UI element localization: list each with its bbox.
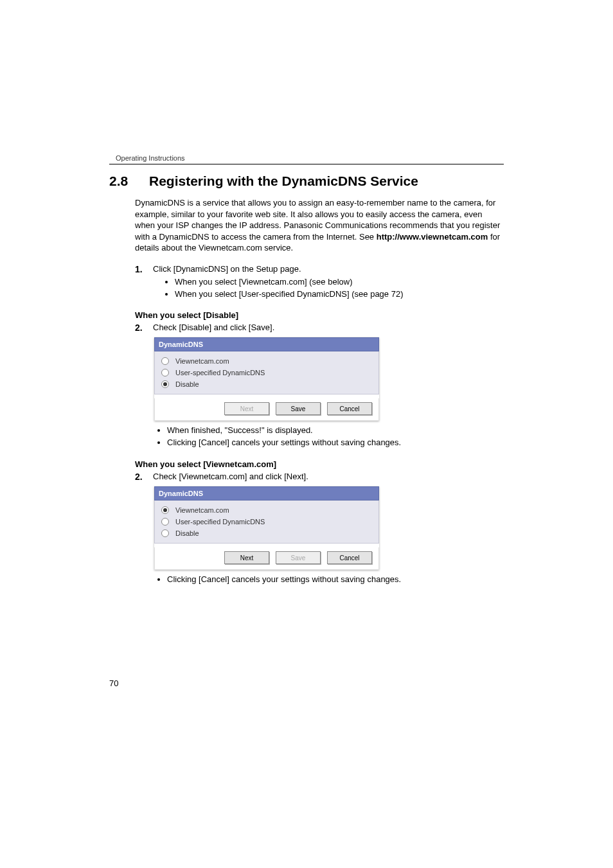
radio-label: Viewnetcam.com [175,506,229,514]
panel-body: Viewnetcam.com User-specified DynamicDNS… [154,500,379,544]
cancel-button[interactable]: Cancel [327,551,372,564]
viewnetcam-subheading: When you select [Viewnetcam.com] [135,459,504,469]
radio-label: User-specified DynamicDNS [175,518,265,526]
page-number: 70 [109,678,118,688]
radio-label: User-specified DynamicDNS [175,369,265,376]
step-1-bullet-2: When you select [User-specified DynamicD… [175,288,504,301]
panel-titlebar: DynamicDNS [154,337,379,351]
intro-link: http://www.viewnetcam.com [377,232,488,242]
radio-icon [161,518,169,526]
radio-label: Disable [175,529,199,537]
disable-step-text: Check [Disable] and click [Save]. [153,323,274,332]
dynamicdns-panel-viewnetcam: DynamicDNS Viewnetcam.com User-specified… [154,486,379,570]
save-button[interactable]: Save [276,402,321,415]
radio-row-userspec[interactable]: User-specified DynamicDNS [160,367,373,378]
running-header: Operating Instructions [109,154,504,162]
radio-icon [161,529,169,537]
radio-row-disable[interactable]: Disable [160,378,373,390]
after-disable-bullet-2: Clicking [Cancel] cancels your settings … [167,437,504,449]
dynamicdns-panel-disable: DynamicDNS Viewnetcam.com User-specified… [154,337,379,421]
cancel-button[interactable]: Cancel [327,402,372,415]
radio-icon [161,369,169,376]
after-disable-bullet-1: When finished, "Success!" is displayed. [167,425,504,437]
section-title: 2.8 Registering with the DynamicDNS Serv… [109,173,504,189]
section-title-text: Registering with the DynamicDNS Service [149,173,418,189]
section-number: 2.8 [109,173,149,189]
panel-button-row: Next Save Cancel [154,398,379,421]
radio-icon [161,380,169,388]
panel-button-row: Next Save Cancel [154,547,379,570]
step-1-bullet-1: When you select [Viewnetcam.com] (see be… [175,276,504,288]
radio-row-viewnetcam[interactable]: Viewnetcam.com [160,504,373,516]
disable-step-2: 2. Check [Disable] and click [Save]. [135,323,504,332]
radio-icon [161,357,169,365]
panel-titlebar: DynamicDNS [154,486,379,500]
save-button: Save [276,551,321,564]
next-button: Next [224,402,269,415]
viewnetcam-step-num: 2. [135,472,143,482]
panel-body: Viewnetcam.com User-specified DynamicDNS… [154,351,379,394]
viewnetcam-step-2: 2. Check [Viewnetcam.com] and click [Nex… [135,472,504,481]
radio-row-userspec[interactable]: User-specified DynamicDNS [160,516,373,527]
step-1-num: 1. [135,264,143,274]
step-1-text: Click [DynamicDNS] on the Setup page. [153,264,301,274]
radio-label: Disable [175,380,199,388]
intro-paragraph: DynamicDNS is a service that allows you … [135,197,504,254]
after-viewnetcam-bullet-1: Clicking [Cancel] cancels your settings … [167,574,504,586]
step-1: 1. Click [DynamicDNS] on the Setup page.… [135,264,504,301]
radio-row-disable[interactable]: Disable [160,527,373,539]
header-rule [109,164,504,164]
next-button[interactable]: Next [224,551,269,564]
radio-label: Viewnetcam.com [175,357,229,365]
disable-subheading: When you select [Disable] [135,310,504,320]
disable-step-num: 2. [135,323,143,333]
radio-icon [161,506,169,514]
viewnetcam-step-text: Check [Viewnetcam.com] and click [Next]. [153,472,308,481]
radio-row-viewnetcam[interactable]: Viewnetcam.com [160,355,373,367]
